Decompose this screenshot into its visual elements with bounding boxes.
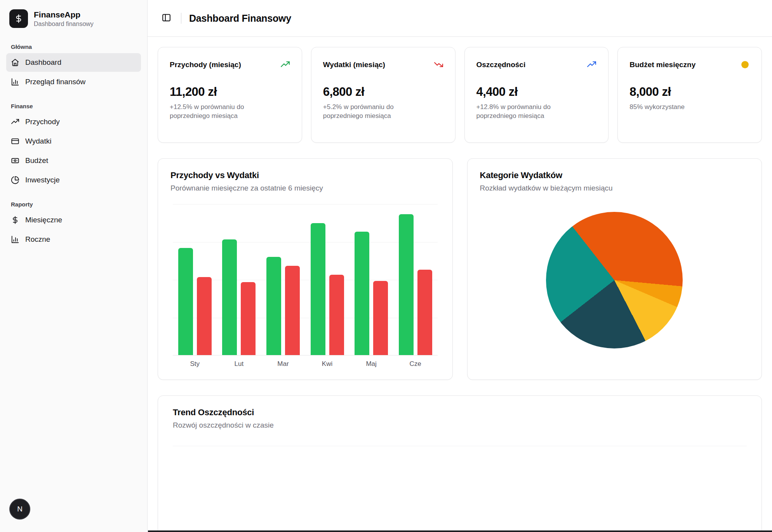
stat-card-title: Wydatki (miesiąc) bbox=[323, 61, 385, 69]
income-bar bbox=[222, 239, 237, 355]
section-label: Raporty bbox=[6, 201, 141, 208]
sidebar-nav: Główna Dashboard Przegląd finansów Finan… bbox=[6, 43, 141, 249]
sidebar-item-inwestycje[interactable]: Inwestycje bbox=[6, 171, 141, 189]
savings-trend-plot bbox=[173, 446, 747, 532]
sidebar-item-label: Budżet bbox=[25, 156, 48, 165]
sidebar-item-label: Wydatki bbox=[25, 137, 51, 146]
pie-chart-subtitle: Rozkład wydatków w bieżącym miesiącu bbox=[480, 184, 749, 192]
stat-card-value: 4,400 zł bbox=[476, 85, 597, 99]
expense-bar bbox=[197, 277, 212, 355]
section-label: Główna bbox=[6, 43, 141, 50]
trending-up-icon bbox=[280, 60, 290, 69]
stat-card-title: Budżet miesięczny bbox=[629, 61, 695, 69]
stat-card-header: Oszczędności bbox=[476, 60, 597, 69]
income-vs-expense-bar-chart: Sty Lut Mar Kwi Maj Cze bbox=[170, 204, 440, 368]
sidebar-item-label: Przychody bbox=[25, 118, 60, 126]
bars bbox=[173, 204, 438, 355]
stat-card-value: 8,000 zł bbox=[629, 85, 750, 99]
page-title: Dashboard Finansowy bbox=[189, 13, 291, 24]
bar-chart-icon bbox=[11, 235, 19, 244]
app-logo: FinanseApp Dashboard finansowy bbox=[6, 8, 141, 32]
sidebar-item-roczne[interactable]: Roczne bbox=[6, 230, 141, 249]
trending-up-icon bbox=[11, 118, 19, 126]
sidebar-item-label: Dashboard bbox=[25, 58, 61, 67]
income-bar bbox=[311, 223, 325, 355]
stat-card-budzet: Budżet miesięczny 8,000 zł 85% wykorzyst… bbox=[617, 47, 762, 143]
expense-bar bbox=[329, 275, 344, 355]
stat-card-change: 85% wykorzystane bbox=[629, 103, 730, 112]
dollar-icon bbox=[11, 216, 19, 224]
income-bar bbox=[266, 257, 281, 355]
trend-title: Trend Oszczędności bbox=[173, 407, 747, 418]
main-area: Dashboard Finansowy Przychody (miesiąc) … bbox=[148, 0, 772, 532]
sidebar-toggle-button[interactable] bbox=[159, 11, 173, 25]
sidebar-item-dashboard[interactable]: Dashboard bbox=[6, 53, 141, 72]
bottom-edge-bar bbox=[148, 530, 772, 532]
stat-card-change: +12.8% w porównaniu do poprzedniego mies… bbox=[476, 103, 577, 121]
x-axis-label: Sty bbox=[178, 360, 212, 368]
stat-card-value: 6,800 zł bbox=[323, 85, 443, 99]
sidebar-item-label: Przegląd finansów bbox=[25, 78, 85, 86]
sidebar-item-wydatki[interactable]: Wydatki bbox=[6, 132, 141, 151]
trending-down-icon bbox=[434, 60, 443, 69]
app-root: FinanseApp Dashboard finansowy Główna Da… bbox=[0, 0, 772, 532]
expense-bar bbox=[417, 270, 432, 355]
circle-icon bbox=[740, 60, 750, 69]
banknote-icon bbox=[11, 156, 19, 165]
panel-left-icon bbox=[162, 13, 171, 24]
stat-card-header: Budżet miesięczny bbox=[629, 60, 750, 69]
sidebar-item-budzet[interactable]: Budżet bbox=[6, 151, 141, 170]
dollar-logo-icon bbox=[9, 9, 28, 28]
income-bar bbox=[399, 214, 414, 355]
trend-card: Trend Oszczędności Rozwój oszczędności w… bbox=[158, 395, 762, 532]
nav-section-finanse: Finanse Przychody Wydatki bbox=[6, 103, 141, 189]
bar-group-sty bbox=[178, 204, 212, 355]
sidebar-item-przeglad-finansow[interactable]: Przegląd finansów bbox=[6, 73, 141, 91]
header-divider bbox=[181, 13, 181, 24]
bar-group-maj bbox=[355, 204, 388, 355]
expense-bar bbox=[373, 281, 388, 355]
stat-card-change: +5.2% w porównaniu do poprzedniego miesi… bbox=[323, 103, 424, 121]
x-axis-label: Lut bbox=[222, 360, 256, 368]
nav-section-glowna: Główna Dashboard Przegląd finansów bbox=[6, 43, 141, 91]
bar-chart-plot bbox=[173, 204, 438, 355]
stat-card-header: Przychody (miesiąc) bbox=[170, 60, 290, 69]
sidebar-item-miesieczne[interactable]: Miesięczne bbox=[6, 211, 141, 229]
x-axis-label: Maj bbox=[355, 360, 388, 368]
x-axis-label: Cze bbox=[399, 360, 432, 368]
user-avatar[interactable]: N bbox=[9, 499, 30, 520]
stat-card-przychody: Przychody (miesiąc) 11,200 zł +12.5% w p… bbox=[158, 47, 302, 143]
income-bar bbox=[178, 248, 193, 355]
pie-chart-card: Kategorie Wydatków Rozkład wydatków w bi… bbox=[467, 158, 762, 380]
sidebar-item-przychody[interactable]: Przychody bbox=[6, 113, 141, 131]
stat-card-change: +12.5% w porównaniu do poprzedniego mies… bbox=[170, 103, 271, 121]
app-name: FinanseApp bbox=[34, 10, 94, 19]
credit-card-icon bbox=[11, 137, 19, 146]
app-title-block: FinanseApp Dashboard finansowy bbox=[34, 10, 94, 28]
sidebar-item-label: Miesięczne bbox=[25, 216, 62, 224]
stat-card-value: 11,200 zł bbox=[170, 85, 290, 99]
bar-group-lut bbox=[222, 204, 256, 355]
expense-pie-chart bbox=[546, 212, 683, 348]
sidebar-item-label: Roczne bbox=[25, 235, 50, 244]
sidebar: FinanseApp Dashboard finansowy Główna Da… bbox=[0, 0, 148, 532]
home-icon bbox=[11, 58, 19, 67]
pie-chart-icon bbox=[11, 176, 19, 184]
stat-card-title: Oszczędności bbox=[476, 61, 526, 69]
bar-chart-subtitle: Porównanie miesięczne za ostatnie 6 mies… bbox=[170, 184, 440, 192]
trending-up-icon bbox=[587, 60, 596, 69]
stat-card-wydatki: Wydatki (miesiąc) 6,800 zł +5.2% w porów… bbox=[311, 47, 456, 143]
stat-card-oszczednosci: Oszczędności 4,400 zł +12.8% w porównani… bbox=[464, 47, 609, 143]
nav-section-raporty: Raporty Miesięczne Roczne bbox=[6, 201, 141, 249]
pie-chart-title: Kategorie Wydatków bbox=[480, 170, 749, 180]
expense-bar bbox=[241, 282, 256, 355]
trend-subtitle: Rozwój oszczędności w czasie bbox=[173, 421, 747, 430]
x-axis-label: Mar bbox=[266, 360, 300, 368]
charts-row: Przychody vs Wydatki Porównanie miesięcz… bbox=[158, 158, 762, 380]
bar-group-cze bbox=[399, 204, 432, 355]
bar-group-kwi bbox=[311, 204, 344, 355]
app-subtitle: Dashboard finansowy bbox=[34, 21, 94, 28]
stat-card-grid: Przychody (miesiąc) 11,200 zł +12.5% w p… bbox=[158, 47, 762, 143]
sidebar-item-label: Inwestycje bbox=[25, 176, 60, 184]
expense-bar bbox=[285, 266, 300, 355]
